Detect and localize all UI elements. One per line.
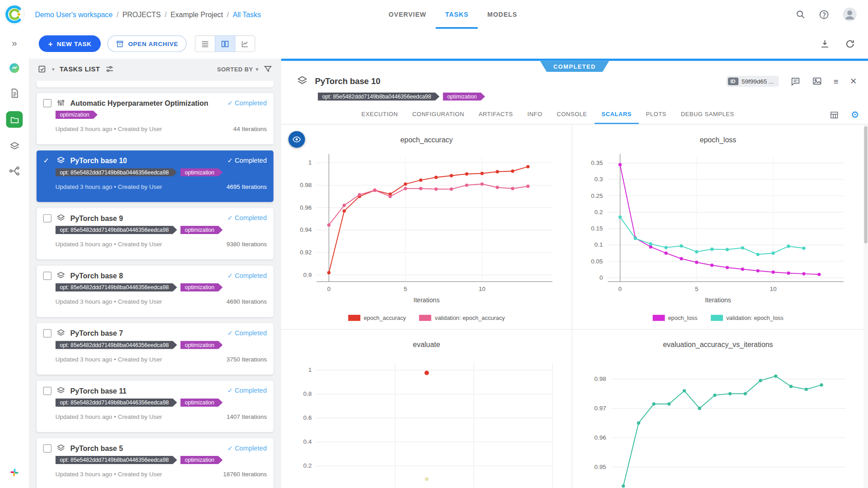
chart-evaluation-accuracy-vs-iterations[interactable]: 0.950.960.970.98 bbox=[572, 355, 863, 488]
vertical-scrollbar[interactable] bbox=[863, 125, 868, 488]
hide-plots-eye-button[interactable] bbox=[288, 131, 305, 148]
expand-rail-icon[interactable]: » bbox=[8, 37, 21, 50]
header-tab-tasks[interactable]: TASKS bbox=[436, 0, 478, 29]
optimization-tag[interactable]: optimization bbox=[180, 226, 223, 234]
task-checkbox[interactable] bbox=[43, 444, 52, 452]
auto-refresh-icon[interactable] bbox=[845, 38, 855, 49]
optimization-tag[interactable]: optimization bbox=[180, 456, 223, 464]
projects-icon[interactable] bbox=[6, 111, 23, 128]
user-avatar[interactable] bbox=[843, 7, 857, 22]
close-icon[interactable]: ✕ bbox=[850, 76, 857, 86]
chart-epoch-accuracy[interactable]: 0.90.920.940.960.9810510 bbox=[281, 150, 572, 296]
task-checkbox[interactable] bbox=[43, 386, 52, 394]
pipelines-icon[interactable] bbox=[8, 164, 21, 178]
svg-text:0.97: 0.97 bbox=[594, 405, 606, 412]
task-title[interactable]: Automatic Hyperparameter Optimization bbox=[71, 99, 208, 107]
opt-tag[interactable]: opt: 85e5482ddd7149b8ba0446356eedca98 bbox=[55, 399, 177, 407]
optimization-tag[interactable]: optimization bbox=[180, 399, 223, 407]
opt-tag[interactable]: opt: 85e5482ddd7149b8ba0446356eedca98 bbox=[55, 168, 177, 176]
detail-tab-plots[interactable]: PLOTS bbox=[639, 105, 674, 124]
optimization-tag[interactable]: optimization bbox=[180, 341, 223, 349]
optimization-tag[interactable]: optimization bbox=[180, 168, 223, 176]
open-archive-button[interactable]: OPEN ARCHIVE bbox=[108, 35, 187, 52]
download-icon[interactable] bbox=[820, 39, 830, 49]
task-title[interactable]: PyTorch base 7 bbox=[71, 329, 123, 337]
svg-text:0.8: 0.8 bbox=[303, 390, 312, 397]
optimization-tag[interactable]: optimization bbox=[180, 283, 223, 291]
svg-text:10: 10 bbox=[479, 286, 486, 292]
legend-item[interactable]: epoch_loss bbox=[652, 314, 697, 321]
opt-tag[interactable]: opt: 85e5482ddd7149b8ba0446356eedca98 bbox=[55, 283, 177, 291]
filter-icon[interactable] bbox=[264, 65, 273, 74]
table-view-button[interactable] bbox=[195, 35, 215, 52]
header-tab-models[interactable]: MODELS bbox=[478, 0, 527, 29]
task-card[interactable]: PyTorch base 7✓ Completedopt: 85e5482ddd… bbox=[37, 323, 274, 375]
legend-item[interactable]: epoch_accuracy bbox=[348, 314, 406, 321]
detail-tab-execution[interactable]: EXECUTION bbox=[354, 105, 405, 124]
dashboard-icon[interactable] bbox=[8, 61, 21, 75]
task-checkbox[interactable] bbox=[43, 214, 52, 222]
details-menu-icon[interactable]: ≡ bbox=[834, 77, 839, 86]
task-title[interactable]: PyTorch base 9 bbox=[71, 214, 123, 222]
opt-tag[interactable]: opt: 85e5482ddd7149b8ba0446356eedca98 bbox=[55, 341, 177, 349]
breadcrumb-item[interactable]: All Tasks bbox=[233, 10, 261, 19]
clearml-logo-icon[interactable] bbox=[4, 4, 25, 25]
task-card[interactable]: Automatic Hyperparameter Optimization✓ C… bbox=[37, 93, 274, 145]
cut-off-task-card[interactable] bbox=[37, 81, 274, 88]
debug-image-icon[interactable] bbox=[812, 76, 822, 86]
detail-tab-info[interactable]: INFO bbox=[520, 105, 550, 124]
column-settings-icon[interactable] bbox=[105, 65, 114, 74]
reports-icon[interactable] bbox=[8, 86, 21, 99]
slack-icon[interactable] bbox=[8, 466, 21, 479]
task-title[interactable]: PyTorch base 10 bbox=[71, 156, 127, 164]
detail-tab-configuration[interactable]: CONFIGURATION bbox=[405, 105, 472, 124]
chart-epoch-loss[interactable]: 00.050.10.150.20.250.30.350510 bbox=[572, 150, 863, 296]
chart-evaluate[interactable]: 0.20.40.60.81 bbox=[281, 355, 572, 488]
sorted-by-dropdown[interactable]: SORTED BY ▾ bbox=[217, 66, 259, 73]
opt-tag[interactable]: opt: 85e5482ddd7149b8ba0446356eedca98 bbox=[55, 226, 177, 234]
task-card[interactable]: PyTorch base 5✓ Completedopt: 85e5482ddd… bbox=[37, 438, 274, 488]
new-task-button[interactable]: + NEW TASK bbox=[39, 35, 101, 52]
optimization-tag[interactable]: optimization bbox=[55, 111, 98, 119]
search-icon[interactable] bbox=[796, 9, 806, 19]
comment-icon[interactable] bbox=[790, 76, 800, 86]
task-card[interactable]: PyTorch base 9✓ Completedopt: 85e5482ddd… bbox=[37, 208, 274, 259]
task-title[interactable]: PyTorch base 11 bbox=[71, 386, 127, 394]
svg-text:0: 0 bbox=[599, 274, 603, 281]
help-icon[interactable] bbox=[819, 9, 829, 19]
chart-view-button[interactable] bbox=[235, 35, 255, 52]
optimization-tag[interactable]: optimization bbox=[443, 92, 485, 100]
task-card[interactable]: ✓PyTorch base 10✓ Completedopt: 85e5482d… bbox=[37, 150, 274, 202]
task-meta: Updated 3 hours ago • Created by User bbox=[55, 471, 162, 478]
task-card[interactable]: PyTorch base 8✓ Completedopt: 85e5482ddd… bbox=[37, 266, 274, 317]
task-checkbox[interactable] bbox=[43, 99, 52, 107]
detail-tab-scalars[interactable]: SCALARS bbox=[594, 105, 639, 124]
svg-text:0.94: 0.94 bbox=[300, 226, 312, 233]
task-title[interactable]: PyTorch base 5 bbox=[71, 444, 123, 452]
task-checkbox[interactable] bbox=[43, 329, 52, 337]
opt-tag[interactable]: opt: 85e5482ddd7149b8ba0446356eedca98 bbox=[318, 92, 439, 100]
split-view-button[interactable] bbox=[215, 35, 235, 52]
task-id-chip[interactable]: ID 59f99d65 ... bbox=[726, 76, 778, 87]
svg-text:1: 1 bbox=[308, 159, 311, 166]
legend-item[interactable]: validation: epoch_accuracy bbox=[419, 314, 505, 321]
datasets-icon[interactable] bbox=[8, 140, 21, 153]
task-title[interactable]: PyTorch base 8 bbox=[71, 272, 123, 280]
breadcrumb-item[interactable]: Demo User's workspace bbox=[35, 10, 113, 19]
detail-tab-artifacts[interactable]: ARTIFACTS bbox=[472, 105, 520, 124]
svg-text:0.92: 0.92 bbox=[300, 249, 311, 256]
scalar-settings-gear-icon[interactable]: ⚙ bbox=[851, 110, 859, 120]
task-checkbox[interactable] bbox=[43, 272, 52, 280]
toolbar: + NEW TASK OPEN ARCHIVE bbox=[29, 29, 868, 59]
scrollbar-thumb[interactable] bbox=[864, 126, 867, 244]
legend-item[interactable]: validation: epoch_loss bbox=[711, 314, 783, 321]
metrics-table-icon[interactable] bbox=[830, 110, 839, 119]
detail-tab-console[interactable]: CONSOLE bbox=[550, 105, 594, 124]
checkbox-checked-icon[interactable]: ✓ bbox=[43, 157, 52, 164]
select-all-checkbox[interactable] bbox=[38, 65, 47, 74]
opt-tag[interactable]: opt: 85e5482ddd7149b8ba0446356eedca98 bbox=[55, 456, 177, 464]
select-dropdown-caret-icon[interactable]: ▾ bbox=[52, 66, 55, 72]
detail-tab-debug-samples[interactable]: DEBUG SAMPLES bbox=[674, 105, 741, 124]
header-tab-overview[interactable]: OVERVIEW bbox=[379, 0, 436, 29]
task-card[interactable]: PyTorch base 11✓ Completedopt: 85e5482dd… bbox=[37, 380, 274, 432]
